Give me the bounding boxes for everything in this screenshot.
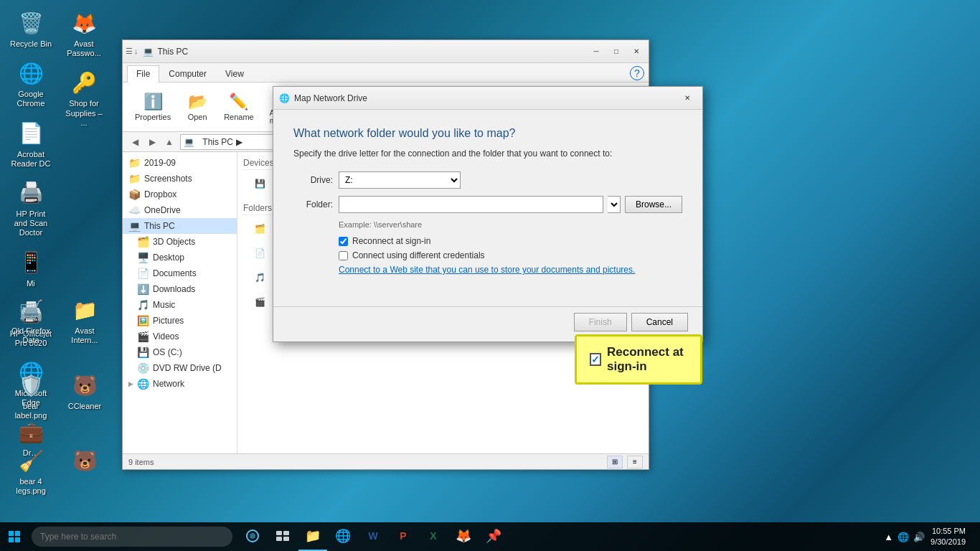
- start-button[interactable]: [0, 522, 29, 551]
- dialog-body: What network folder would you like to ma…: [273, 110, 702, 303]
- sidebar-item-3d-objects[interactable]: 🗂️ 3D Objects: [123, 234, 237, 250]
- windows-logo-icon: [9, 531, 20, 542]
- taskbar-word[interactable]: W: [359, 522, 387, 551]
- rename-icon: ✏️: [229, 93, 248, 111]
- tray-network-icon[interactable]: 🌐: [897, 532, 909, 542]
- folder-input[interactable]: [339, 196, 603, 213]
- taskbar-ff-icon: 🦊: [456, 528, 471, 544]
- desktop-icon-avast-password[interactable]: 🔑 Shop for Supplies – ...: [59, 65, 109, 131]
- desktop-icon-bear4legs[interactable]: 🐻: [60, 443, 110, 480]
- sidebar-item-documents[interactable]: 📄 Documents: [123, 265, 237, 281]
- sidebar-item-videos[interactable]: 🎬 Videos: [123, 329, 237, 344]
- up-button[interactable]: ▲: [161, 134, 177, 150]
- desktop-icon-ccleaner[interactable]: 🧹 bear 4 legs.png: [6, 443, 56, 499]
- show-desktop-button[interactable]: [969, 522, 974, 551]
- desktop-icon-shop[interactable]: 🛒 Old Firefox Data: [6, 293, 56, 348]
- navigation-buttons: ◀ ▶ ▲: [127, 134, 177, 150]
- ribbon-btn-properties[interactable]: ℹ️ Properties: [128, 89, 177, 125]
- sidebar-item-downloads[interactable]: ⬇️ Downloads: [123, 281, 237, 297]
- desktop-icon-google-chrome[interactable]: 🌐 Google Chrome: [6, 56, 56, 111]
- dialog-heading: What network folder would you like to ma…: [293, 127, 682, 140]
- desktop-icon-firefox[interactable]: 🦊 Avast Passwo...: [59, 6, 109, 61]
- view-toggle-buttons: ⊞ ≡: [607, 456, 643, 468]
- taskbar-edge[interactable]: 🌐: [329, 522, 357, 551]
- taskbar-extra[interactable]: 📌: [479, 522, 508, 551]
- taskbar-edge-icon: 🌐: [335, 528, 351, 544]
- ribbon-btn-open[interactable]: 📂 Open: [180, 89, 215, 125]
- desktop-icon-old-firefox[interactable]: 📁 Avast Intern...: [60, 293, 110, 348]
- tab-file[interactable]: File: [127, 65, 159, 83]
- tab-computer[interactable]: Computer: [159, 65, 216, 82]
- breadcrumb-arrow: ▶: [236, 137, 242, 147]
- sidebar-item-music[interactable]: 🎵 Music: [123, 297, 237, 313]
- taskbar-search-input[interactable]: [32, 527, 232, 547]
- thispc-icon: 💻: [128, 220, 141, 232]
- sidebar-item-network[interactable]: ▶ 🌐 Network: [123, 376, 237, 392]
- onedrive-icon: ☁️: [128, 204, 141, 216]
- task-view-icon: [276, 531, 289, 541]
- browse-button[interactable]: Browse...: [625, 196, 682, 213]
- close-button[interactable]: ✕: [627, 44, 646, 59]
- credentials-checkbox[interactable]: [339, 251, 348, 260]
- tray-up-icon[interactable]: ▲: [884, 532, 893, 542]
- sidebar-item-pictures[interactable]: 🖼️ Pictures: [123, 313, 237, 329]
- taskbar-file-explorer[interactable]: 📁: [298, 522, 327, 551]
- folder-dropdown[interactable]: [608, 196, 621, 213]
- desktop-icon-hp-print[interactable]: 🖨️ HP Print and Scan Doctor: [6, 176, 56, 241]
- web-site-link[interactable]: Connect to a Web site that you can use t…: [339, 265, 682, 275]
- dialog-titlebar: 🌐 Map Network Drive ✕: [273, 87, 702, 110]
- open-icon: 📂: [188, 93, 207, 111]
- desktop-icon-avast-internet[interactable]: 🛡️ bear label.png: [6, 368, 56, 423]
- drive-label: Drive:: [293, 175, 333, 185]
- taskbar-powerpoint[interactable]: P: [389, 522, 418, 551]
- sidebar-item-desktop[interactable]: 🖥️ Desktop: [123, 250, 237, 265]
- cancel-button[interactable]: Cancel: [631, 313, 688, 331]
- minimize-button[interactable]: ─: [587, 44, 606, 59]
- back-button[interactable]: ◀: [127, 134, 143, 150]
- maximize-button[interactable]: □: [607, 44, 626, 59]
- view-grid-button[interactable]: ⊞: [607, 456, 623, 468]
- sidebar-item-os-c[interactable]: 💾 OS (C:): [123, 344, 237, 360]
- reconnect-label[interactable]: Reconnect at sign-in: [352, 236, 430, 246]
- taskbar-firefox-tb[interactable]: 🦊: [449, 522, 478, 551]
- taskbar-excel[interactable]: X: [419, 522, 448, 551]
- view-list-button[interactable]: ≡: [627, 456, 643, 468]
- callout-checkbox-visual: ✓: [590, 353, 601, 366]
- forward-button[interactable]: ▶: [144, 134, 160, 150]
- qat-icon2[interactable]: ↓: [134, 47, 138, 56]
- window-title: This PC: [158, 47, 189, 57]
- title-icon: 💻: [143, 47, 154, 57]
- sidebar-item-onedrive[interactable]: ☁️ OneDrive: [123, 202, 237, 218]
- desktop-icon-acrobat[interactable]: 📄 Acrobat Reader DC: [6, 116, 56, 171]
- desktop-icon-mi[interactable]: 📱 Mi: [6, 245, 56, 291]
- credentials-label[interactable]: Connect using different credentials: [352, 250, 485, 260]
- sidebar-item-dropbox[interactable]: 📦 Dropbox: [123, 187, 237, 202]
- folder-icon: 📁: [128, 157, 141, 169]
- sidebar-item-thispc[interactable]: 💻 This PC: [123, 218, 237, 234]
- svg-rect-1: [15, 531, 20, 536]
- callout-text: Reconnect at sign-in: [607, 345, 687, 374]
- reconnect-checkbox[interactable]: [339, 237, 348, 246]
- help-button[interactable]: ?: [630, 66, 644, 80]
- finish-button[interactable]: Finish: [574, 313, 627, 331]
- callout-box: ✓ Reconnect at sign-in: [575, 334, 702, 385]
- tray-volume-icon[interactable]: 🔊: [913, 532, 925, 542]
- svg-rect-9: [283, 537, 289, 541]
- taskbar-task-view[interactable]: [268, 522, 297, 551]
- sidebar-item-dvd[interactable]: 💿 DVD RW Drive (D: [123, 360, 237, 376]
- folder-input-row: Browse...: [339, 196, 682, 213]
- system-clock[interactable]: 10:55 PM 9/30/2019: [930, 526, 966, 548]
- sidebar-item-2019-09[interactable]: 📁 2019-09: [123, 155, 237, 171]
- taskbar: 📁 🌐 W P X 🦊 📌 ▲ 🌐: [0, 522, 980, 551]
- drive-select[interactable]: Z: Y:: [339, 171, 461, 189]
- qat-icon1[interactable]: ☰: [126, 47, 133, 56]
- desktop-icon-recycle-bin[interactable]: 🗑️ Recycle Bin: [6, 6, 56, 52]
- sidebar-item-screenshots[interactable]: 📁 Screenshots: [123, 171, 237, 187]
- tab-view[interactable]: View: [216, 65, 253, 82]
- taskbar-cortana[interactable]: [238, 522, 267, 551]
- dialog-close-button[interactable]: ✕: [678, 91, 697, 105]
- desktop-icon-bear-label[interactable]: 🐻 CCleaner: [60, 368, 110, 414]
- ribbon-btn-rename[interactable]: ✏️ Rename: [217, 89, 260, 125]
- taskbar-excel-icon: X: [430, 530, 436, 542]
- videos-icon: 🎬: [137, 331, 149, 342]
